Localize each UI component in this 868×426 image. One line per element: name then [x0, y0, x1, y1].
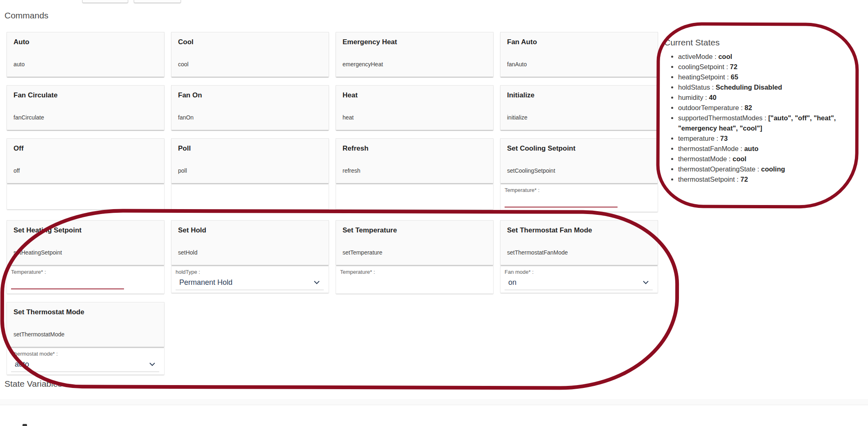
command-name: cool — [178, 61, 322, 68]
command-param-box — [171, 184, 329, 210]
command-name: setThermostatMode — [14, 331, 158, 338]
param-label: Temperature* : — [11, 269, 160, 275]
command-cell: Heat heat — [336, 85, 494, 130]
command-cell: Cool cool — [171, 32, 329, 77]
command-card[interactable]: Poll poll — [171, 138, 329, 183]
command-param-box: Temperature* : — [500, 184, 658, 212]
command-card[interactable]: Cool cool — [171, 32, 329, 77]
commands-grid: Auto auto Cool cool Emergency Heat emerg… — [7, 32, 661, 375]
command-param-box: Temperature* : — [7, 266, 165, 294]
command-name: emergencyHeat — [343, 61, 487, 68]
command-title: Heat — [343, 91, 487, 99]
command-card[interactable]: Fan Auto fanAuto — [500, 32, 658, 77]
command-card[interactable]: Fan On fanOn — [171, 85, 329, 130]
partial-button-2[interactable] — [134, 0, 181, 3]
state-item: outdoorTemperature : 82 — [678, 103, 847, 113]
command-name: off — [14, 167, 158, 174]
command-title: Fan On — [178, 91, 322, 99]
command-title: Initialize — [507, 91, 651, 99]
command-title: Set Cooling Setpoint — [507, 144, 651, 153]
state-item: activeMode : cool — [678, 52, 847, 62]
command-cell: Set Thermostat Mode setThermostatMode Th… — [7, 302, 165, 375]
command-name: fanAuto — [507, 61, 651, 68]
command-card[interactable]: Off off — [7, 138, 165, 183]
command-title: Cool — [178, 38, 322, 46]
param-select[interactable]: Permanent Hold — [176, 278, 324, 290]
param-select[interactable]: on — [505, 278, 653, 290]
command-param-box — [7, 184, 165, 210]
state-item: thermostatSetpoint : 72 — [678, 174, 847, 185]
command-cell: Set Cooling Setpoint setCoolingSetpoint … — [500, 138, 658, 212]
command-cell: Fan Circulate fanCirculate — [7, 85, 165, 130]
param-label: holdType : — [176, 269, 325, 275]
state-item: heatingSetpoint : 65 — [678, 72, 847, 82]
command-title: Emergency Heat — [343, 38, 487, 46]
state-item: thermostatFanMode : auto — [678, 144, 847, 154]
command-title: Poll — [178, 144, 322, 153]
command-card[interactable]: Emergency Heat emergencyHeat — [336, 32, 494, 77]
command-card[interactable]: Set Temperature setTemperature — [336, 220, 494, 265]
command-title: Auto — [14, 38, 158, 46]
param-label: Temperature* : — [340, 269, 489, 275]
command-param-box: Temperature* : — [336, 266, 494, 294]
param-text-input[interactable] — [11, 289, 124, 289]
command-cell: Auto auto — [7, 32, 165, 77]
command-name: auto — [14, 61, 158, 68]
command-name: poll — [178, 167, 322, 174]
current-states-title: Current States — [664, 38, 847, 47]
command-name: refresh — [343, 167, 487, 174]
command-title: Set Heating Setpoint — [14, 226, 158, 234]
command-cell: Set Temperature setTemperature Temperatu… — [336, 220, 494, 294]
command-name: setCoolingSetpoint — [507, 167, 651, 174]
param-select-value: Permanent Hold — [179, 278, 232, 287]
command-card[interactable]: Set Heating Setpoint setHeatingSetpoint — [7, 220, 165, 265]
command-param-box: holdType : Permanent Hold — [171, 266, 329, 293]
chevron-down-icon — [314, 281, 320, 284]
command-name: setTemperature — [343, 249, 487, 256]
command-card[interactable]: Set Cooling Setpoint setCoolingSetpoint — [500, 138, 658, 183]
command-name: fanCirculate — [14, 114, 158, 121]
command-card[interactable]: Fan Circulate fanCirculate — [7, 85, 165, 130]
state-item: holdStatus : Scheduling Disabled — [678, 82, 847, 92]
partial-button-1[interactable] — [82, 0, 128, 3]
state-item: supportedThermostatModes : ["auto", "off… — [678, 113, 847, 133]
command-card[interactable]: Set Hold setHold — [171, 220, 329, 265]
command-title: Set Temperature — [343, 226, 487, 234]
command-name: initialize — [507, 114, 651, 121]
command-cell: Emergency Heat emergencyHeat — [336, 32, 494, 77]
command-name: heat — [343, 114, 487, 121]
command-param-box: Thermostat mode* : auto — [7, 348, 165, 375]
command-param-box — [336, 184, 494, 210]
current-states-list: activeMode : cool coolingSetpoint : 72 h… — [664, 52, 847, 185]
command-cell: Set Hold setHold holdType : Permanent Ho… — [171, 220, 329, 293]
command-name: fanOn — [178, 114, 322, 121]
command-title: Set Thermostat Mode — [14, 308, 158, 316]
command-title: Fan Auto — [507, 38, 651, 46]
commands-heading: Commands — [5, 11, 48, 20]
param-text-input[interactable] — [505, 207, 618, 207]
command-card[interactable]: Heat heat — [336, 85, 494, 130]
command-title: Refresh — [343, 144, 487, 153]
current-states-panel: Current States activeMode : cool cooling… — [664, 38, 847, 185]
command-name: setThermostatFanMode — [507, 249, 651, 256]
command-name: setHold — [178, 249, 322, 256]
state-item: temperature : 73 — [678, 133, 847, 144]
param-select[interactable]: auto — [11, 360, 159, 372]
command-cell: Refresh refresh — [336, 138, 494, 210]
command-cell: Fan On fanOn — [171, 85, 329, 130]
command-card[interactable]: Set Thermostat Mode setThermostatMode — [7, 302, 165, 347]
param-label: Temperature* : — [505, 187, 654, 193]
command-card[interactable]: Refresh refresh — [336, 138, 494, 183]
command-cell: Off off — [7, 138, 165, 210]
command-title: Set Hold — [178, 226, 322, 234]
state-variables-heading: State Variables — [5, 379, 62, 389]
command-card[interactable]: Set Thermostat Fan Mode setThermostatFan… — [500, 220, 658, 265]
command-card[interactable]: Auto auto — [7, 32, 165, 77]
command-card[interactable]: Initialize initialize — [500, 85, 658, 130]
command-title: Fan Circulate — [14, 91, 158, 99]
chevron-down-icon — [643, 281, 649, 284]
command-cell: Poll poll — [171, 138, 329, 210]
command-title: Off — [14, 144, 158, 153]
param-label: Thermostat mode* : — [11, 351, 160, 357]
command-cell: Initialize initialize — [500, 85, 658, 130]
